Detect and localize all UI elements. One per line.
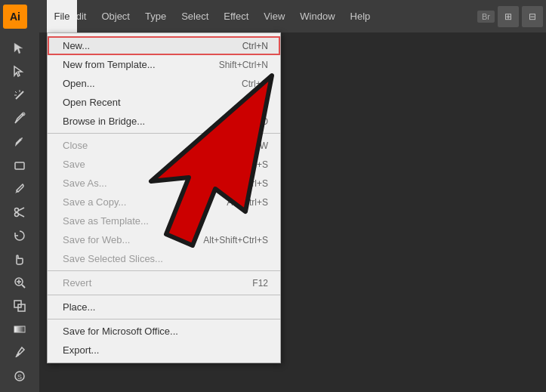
separator-3: [48, 295, 280, 295]
menu-item-open[interactable]: Open... Ctrl+O: [48, 74, 280, 93]
tool-eyedropper[interactable]: [6, 342, 33, 364]
separator-4: [48, 319, 280, 319]
svg-line-10: [18, 214, 24, 217]
tool-pen[interactable]: [6, 107, 33, 129]
tool-pencil[interactable]: [6, 131, 33, 153]
separator-1: [48, 133, 280, 134]
menu-item-save-office[interactable]: Save for Microsoft Office...: [48, 322, 280, 341]
tool-shape[interactable]: [6, 154, 33, 176]
tool-fill[interactable]: [6, 295, 33, 317]
tool-scissors[interactable]: [6, 201, 33, 223]
svg-rect-6: [15, 162, 24, 169]
svg-line-9: [18, 208, 24, 211]
separator-2: [48, 270, 280, 271]
menu-bar: Ai File Edit Object Type Select Effect V…: [0, 0, 546, 32]
svg-point-7: [15, 208, 19, 211]
menu-item-open-recent[interactable]: Open Recent ▶: [48, 93, 280, 112]
menu-item-view[interactable]: View: [256, 0, 292, 32]
menu-item-close[interactable]: Close Ctrl+W: [48, 136, 280, 155]
workspace-icon[interactable]: ⊟: [522, 6, 543, 27]
submenu-arrow: ▶: [262, 98, 268, 106]
menu-item-save-as[interactable]: Save As... Shift+Ctrl+S: [48, 174, 280, 193]
menu-item-save-web[interactable]: Save for Web... Alt+Shift+Ctrl+S: [48, 230, 280, 249]
menu-item-effect[interactable]: Effect: [216, 0, 256, 32]
svg-line-0: [16, 91, 23, 99]
svg-point-8: [15, 212, 19, 216]
menu-item-new-template[interactable]: New from Template... Shift+Ctrl+N: [48, 55, 280, 74]
tool-direct-select[interactable]: [6, 60, 33, 82]
menu-item-place[interactable]: Place...: [48, 298, 280, 316]
tool-symbol[interactable]: S: [6, 366, 33, 387]
menu-right: Br ⊞ ⊟: [477, 6, 543, 27]
svg-line-12: [22, 285, 25, 288]
svg-rect-17: [14, 326, 25, 332]
tool-paintbrush[interactable]: [6, 177, 33, 199]
svg-line-3: [15, 91, 17, 93]
tool-zoom[interactable]: [6, 272, 33, 294]
menu-item-save-template[interactable]: Save as Template...: [48, 211, 280, 230]
menu-item-save-copy[interactable]: Save a Copy... Alt+Ctrl+S: [48, 193, 280, 211]
tool-select[interactable]: [6, 37, 33, 59]
svg-text:S: S: [17, 373, 22, 381]
tool-magic-wand[interactable]: [6, 84, 33, 106]
tool-gradient[interactable]: [6, 319, 33, 341]
menu-item-window[interactable]: Window: [292, 0, 342, 32]
menu-item-select[interactable]: Select: [174, 0, 216, 32]
arrange-icon[interactable]: ⊞: [498, 6, 519, 27]
br-badge[interactable]: Br: [477, 11, 495, 23]
menu-item-help[interactable]: Help: [343, 0, 378, 32]
left-toolbar: S: [0, 32, 39, 392]
menu-item-browse[interactable]: Browse in Bridge... Alt+Ctrl+O: [48, 112, 280, 131]
ai-logo: Ai: [3, 5, 27, 29]
menu-item-revert[interactable]: Revert F12: [48, 273, 280, 292]
file-menu-active[interactable]: File: [47, 0, 77, 32]
file-dropdown-menu: New... Ctrl+N New from Template... Shift…: [47, 32, 281, 363]
menu-item-object[interactable]: Object: [94, 0, 137, 32]
menu-item-export[interactable]: Export...: [48, 341, 280, 360]
menu-items: File Edit Object Type Select Effect View…: [32, 0, 477, 32]
menu-item-new[interactable]: New... Ctrl+N: [48, 36, 280, 55]
menu-item-save[interactable]: Save Ctrl+S: [48, 155, 280, 174]
menu-item-save-slices[interactable]: Save Selected Slices...: [48, 249, 280, 268]
menu-item-type[interactable]: Type: [137, 0, 174, 32]
tool-rotate[interactable]: [6, 225, 33, 247]
tool-hand[interactable]: [6, 248, 33, 270]
